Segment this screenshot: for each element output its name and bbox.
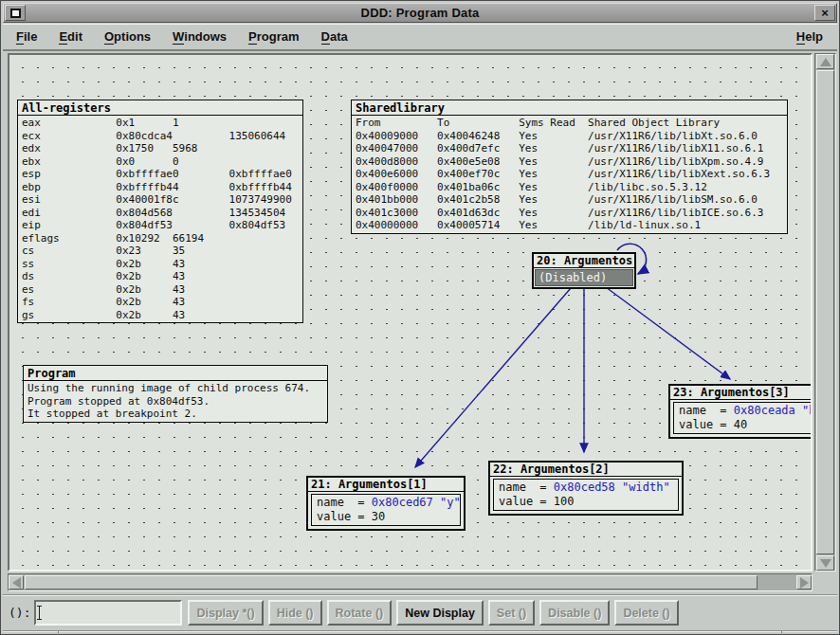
right-arrow-icon xyxy=(800,577,809,589)
display-sharedlibrary[interactable]: Sharedlibrary From To Syms Read Shared O… xyxy=(351,100,788,234)
sharedlibrary-table: From To Syms Read Shared Object Library … xyxy=(352,116,787,233)
field-name-label: name = xyxy=(317,496,372,509)
display-title: All-registers xyxy=(18,100,302,116)
node-title: 21: Argumentos[1] xyxy=(308,478,464,492)
window-menu-button[interactable] xyxy=(5,5,26,21)
node-values: name = 0x80ced58 "width" value = 100 xyxy=(493,479,679,511)
ddd-program-data-window: DDD: Program Data × File Edit Options Wi… xyxy=(0,0,840,635)
scroll-down-button[interactable] xyxy=(816,555,834,571)
node-title: 20: Argumentos xyxy=(534,254,634,268)
node-title: 22: Argumentos[2] xyxy=(490,463,682,477)
menu-file[interactable]: File xyxy=(8,27,46,46)
scroll-right-button[interactable] xyxy=(796,575,812,590)
display-action-bar: (): Display *() Hide () Rotate () New Di… xyxy=(3,594,837,630)
vertical-scrollbar[interactable] xyxy=(814,53,836,572)
argument-input[interactable] xyxy=(34,600,182,626)
menubar: File Edit Options Windows Program Data H… xyxy=(3,24,837,51)
field-name-label: name = xyxy=(499,481,554,494)
close-button[interactable]: × xyxy=(814,5,835,21)
window-resize-edge[interactable] xyxy=(3,630,837,635)
rotate-button[interactable]: Rotate () xyxy=(327,600,393,626)
display-program[interactable]: Program Using the running image of child… xyxy=(23,365,328,423)
display-node-20-argumentos[interactable]: 20: Argumentos (Disabled) xyxy=(532,252,636,289)
data-display-canvas[interactable]: All-registers eax 0x1 1 ecx 0x80cdca4 13… xyxy=(8,53,813,572)
window-title: DDD: Program Data xyxy=(26,6,814,20)
field-value: value = 100 xyxy=(499,495,574,508)
display-node-23-argumentos-3[interactable]: 23: Argumentos[3] name = 0x80ceada "h va… xyxy=(668,384,813,439)
argument-prompt: (): xyxy=(9,606,30,620)
display-node-22-argumentos-2[interactable]: 22: Argumentos[2] name = 0x80ced58 "widt… xyxy=(488,461,684,516)
down-arrow-icon xyxy=(820,559,831,568)
edge-20-23 xyxy=(606,287,730,379)
display-button[interactable]: Display *() xyxy=(188,600,263,626)
field-name-pointer: 0x80ceada "h xyxy=(734,404,813,417)
titlebar[interactable]: DDD: Program Data × xyxy=(3,3,837,23)
new-display-button[interactable]: New Display xyxy=(396,600,484,626)
delete-button[interactable]: Delete () xyxy=(614,600,678,626)
horizontal-scrollbar[interactable] xyxy=(8,573,813,591)
horizontal-scroll-thumb[interactable] xyxy=(25,575,758,590)
field-name-label: name = xyxy=(679,404,734,417)
resize-notch-right xyxy=(781,631,782,635)
node-values: name = 0x80ced67 "y" value = 30 xyxy=(311,494,461,526)
node-title: 23: Argumentos[3] xyxy=(670,386,813,400)
node-status-disabled[interactable]: (Disabled) xyxy=(535,269,633,286)
field-value: value = 30 xyxy=(317,510,385,523)
registers-list: eax 0x1 1 ecx 0x80cdca4 135060644 edx 0x… xyxy=(18,116,302,322)
up-arrow-icon xyxy=(820,58,831,66)
text-cursor xyxy=(39,606,40,620)
set-button[interactable]: Set () xyxy=(488,600,535,626)
resize-notch-left xyxy=(58,631,59,635)
hide-button[interactable]: Hide () xyxy=(268,600,322,626)
display-all-registers[interactable]: All-registers eax 0x1 1 ecx 0x80cdca4 13… xyxy=(17,100,303,323)
node-values: name = 0x80ceada "h value = 40 xyxy=(673,402,813,434)
display-title: Sharedlibrary xyxy=(352,100,787,116)
menu-windows[interactable]: Windows xyxy=(164,27,235,46)
menu-data[interactable]: Data xyxy=(313,27,356,46)
scroll-up-button[interactable] xyxy=(816,54,834,69)
menu-program[interactable]: Program xyxy=(240,27,307,46)
left-arrow-icon xyxy=(12,577,21,589)
field-name-pointer: 0x80ced67 "y" xyxy=(372,496,461,509)
window-menu-icon xyxy=(10,9,21,18)
field-value: value = 40 xyxy=(679,418,747,431)
disable-button[interactable]: Disable () xyxy=(539,600,610,626)
vertical-scroll-thumb[interactable] xyxy=(816,70,834,554)
menu-edit[interactable]: Edit xyxy=(50,27,91,46)
display-title: Program xyxy=(24,366,327,381)
scroll-left-button[interactable] xyxy=(9,575,24,590)
edge-20-21 xyxy=(415,288,571,467)
menu-options[interactable]: Options xyxy=(96,27,159,46)
menu-help[interactable]: Help xyxy=(788,27,831,46)
program-status-text: Using the running image of child process… xyxy=(24,381,327,422)
display-node-21-argumentos-1[interactable]: 21: Argumentos[1] name = 0x80ced67 "y" v… xyxy=(306,476,466,531)
field-name-pointer: 0x80ced58 "width" xyxy=(554,481,670,494)
